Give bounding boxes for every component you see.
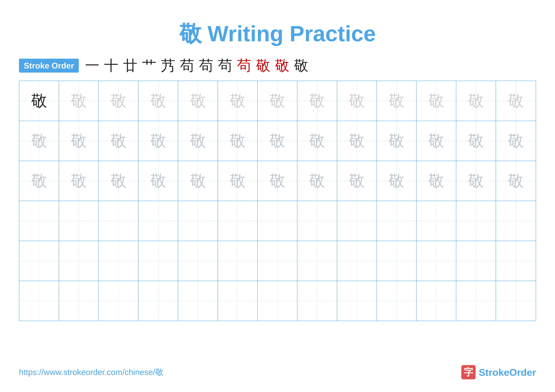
cell-5-1[interactable] — [19, 241, 59, 281]
cell-4-8[interactable] — [297, 201, 337, 241]
cell-2-5[interactable]: 敬 — [178, 121, 218, 161]
cell-6-5[interactable] — [178, 281, 218, 321]
cell-1-9[interactable]: 敬 — [337, 81, 377, 121]
cell-5-11[interactable] — [416, 241, 456, 281]
cell-2-1[interactable]: 敬 — [19, 121, 59, 161]
cell-6-7[interactable] — [258, 281, 297, 321]
cell-2-3[interactable]: 敬 — [99, 121, 139, 161]
stroke-11: 敬 — [275, 58, 289, 73]
cell-1-1[interactable]: 敬 — [19, 81, 59, 121]
char-display: 敬 — [31, 93, 47, 109]
cell-4-13[interactable] — [496, 201, 536, 241]
cell-5-3[interactable] — [99, 241, 139, 281]
char-display: 敬 — [508, 173, 524, 189]
cell-1-2[interactable]: 敬 — [59, 81, 99, 121]
cell-1-5[interactable]: 敬 — [178, 81, 218, 121]
cell-3-9[interactable]: 敬 — [337, 161, 377, 201]
cell-4-4[interactable] — [139, 201, 178, 241]
cell-4-11[interactable] — [416, 201, 456, 241]
char-display: 敬 — [270, 133, 285, 149]
cell-5-12[interactable] — [456, 241, 496, 281]
footer-logo: 字 StrokeOrder — [461, 365, 536, 379]
cell-4-10[interactable] — [377, 201, 416, 241]
cell-3-6[interactable]: 敬 — [218, 161, 258, 201]
char-display: 敬 — [349, 173, 365, 189]
cell-6-4[interactable] — [139, 281, 178, 321]
char-display: 敬 — [349, 133, 365, 149]
cell-6-12[interactable] — [456, 281, 496, 321]
cell-4-2[interactable] — [59, 201, 99, 241]
cell-2-7[interactable]: 敬 — [258, 121, 297, 161]
char-display: 敬 — [71, 133, 87, 149]
cell-5-2[interactable] — [59, 241, 99, 281]
char-display: 敬 — [388, 133, 404, 149]
cell-4-1[interactable] — [19, 201, 59, 241]
cell-3-5[interactable]: 敬 — [178, 161, 218, 201]
cell-2-6[interactable]: 敬 — [218, 121, 258, 161]
cell-2-8[interactable]: 敬 — [297, 121, 337, 161]
cell-5-7[interactable] — [258, 241, 297, 281]
cell-2-4[interactable]: 敬 — [139, 121, 178, 161]
cell-1-7[interactable]: 敬 — [258, 81, 297, 121]
cell-1-4[interactable]: 敬 — [139, 81, 178, 121]
cell-3-11[interactable]: 敬 — [416, 161, 456, 201]
cell-1-11[interactable]: 敬 — [416, 81, 456, 121]
cell-3-13[interactable]: 敬 — [496, 161, 536, 201]
cell-5-5[interactable] — [178, 241, 218, 281]
char-display: 敬 — [190, 173, 206, 189]
cell-4-12[interactable] — [456, 201, 496, 241]
cell-4-5[interactable] — [178, 201, 218, 241]
cell-3-12[interactable]: 敬 — [456, 161, 496, 201]
cell-6-13[interactable] — [496, 281, 536, 321]
cell-6-6[interactable] — [218, 281, 258, 321]
cell-6-3[interactable] — [99, 281, 139, 321]
stroke-9: 茍 — [237, 58, 251, 73]
char-display: 敬 — [230, 173, 246, 189]
logo-icon: 字 — [461, 365, 475, 379]
cell-3-7[interactable]: 敬 — [258, 161, 297, 201]
title-chinese-char: 敬 — [179, 21, 201, 46]
cell-4-6[interactable] — [218, 201, 258, 241]
cell-5-10[interactable] — [377, 241, 416, 281]
char-display: 敬 — [31, 173, 47, 189]
cell-5-8[interactable] — [297, 241, 337, 281]
cell-4-7[interactable] — [258, 201, 297, 241]
cell-6-2[interactable] — [59, 281, 99, 321]
cell-2-12[interactable]: 敬 — [456, 121, 496, 161]
cell-6-1[interactable] — [19, 281, 59, 321]
cell-3-10[interactable]: 敬 — [377, 161, 416, 201]
cell-2-9[interactable]: 敬 — [337, 121, 377, 161]
cell-1-8[interactable]: 敬 — [297, 81, 337, 121]
cell-3-2[interactable]: 敬 — [59, 161, 99, 201]
cell-5-13[interactable] — [496, 241, 536, 281]
grid-row-3: 敬 敬 敬 敬 敬 敬 敬 敬 敬 敬 敬 敬 敬 — [19, 161, 536, 201]
char-display: 敬 — [230, 133, 246, 149]
cell-2-11[interactable]: 敬 — [416, 121, 456, 161]
cell-1-13[interactable]: 敬 — [496, 81, 536, 121]
cell-3-8[interactable]: 敬 — [297, 161, 337, 201]
cell-5-6[interactable] — [218, 241, 258, 281]
cell-1-6[interactable]: 敬 — [218, 81, 258, 121]
cell-1-10[interactable]: 敬 — [377, 81, 416, 121]
cell-2-13[interactable]: 敬 — [496, 121, 536, 161]
cell-5-9[interactable] — [337, 241, 377, 281]
cell-2-2[interactable]: 敬 — [59, 121, 99, 161]
cell-1-12[interactable]: 敬 — [456, 81, 496, 121]
cell-5-4[interactable] — [139, 241, 178, 281]
stroke-10: 敬 — [256, 58, 270, 73]
cell-2-10[interactable]: 敬 — [377, 121, 416, 161]
cell-3-4[interactable]: 敬 — [139, 161, 178, 201]
cell-6-9[interactable] — [337, 281, 377, 321]
cell-3-3[interactable]: 敬 — [99, 161, 139, 201]
footer-url: https://www.strokeorder.com/chinese/敬 — [19, 367, 163, 378]
cell-4-3[interactable] — [99, 201, 139, 241]
cell-4-9[interactable] — [337, 201, 377, 241]
cell-6-8[interactable] — [297, 281, 337, 321]
cell-6-10[interactable] — [377, 281, 416, 321]
stroke-order-row: Stroke Order 一 十 廿 艹 艿 苟 苟 茍 茍 敬 敬 敬 — [19, 58, 536, 73]
cell-1-3[interactable]: 敬 — [99, 81, 139, 121]
char-display: 敬 — [468, 133, 484, 149]
stroke-2: 十 — [104, 58, 118, 73]
cell-3-1[interactable]: 敬 — [19, 161, 59, 201]
cell-6-11[interactable] — [416, 281, 456, 321]
